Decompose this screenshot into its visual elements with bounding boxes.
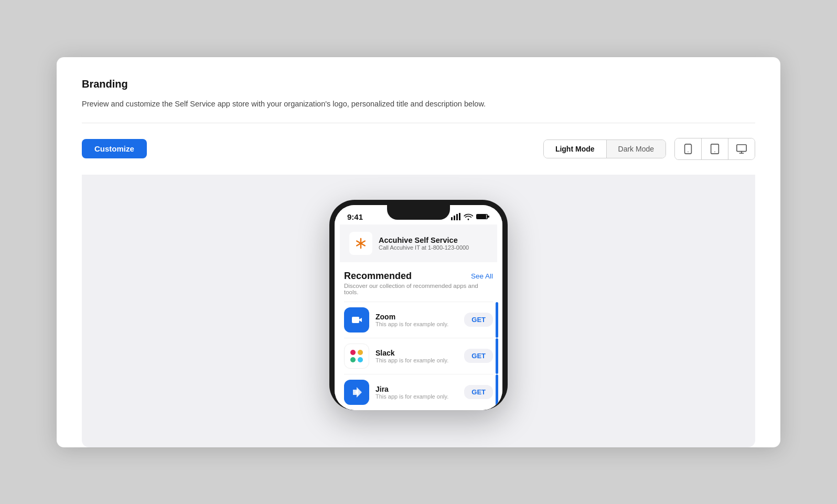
slack-icon-svg: [348, 347, 366, 365]
mode-toggle: Light Mode Dark Mode: [543, 140, 666, 158]
slack-get-button[interactable]: GET: [464, 349, 493, 363]
toolbar-right: Light Mode Dark Mode: [543, 138, 755, 160]
app-header: Accuhive Self Service Call Accuhive IT a…: [340, 224, 497, 262]
svg-rect-0: [685, 144, 692, 153]
accuhive-logo-svg: [351, 234, 370, 253]
svg-rect-22: [358, 350, 363, 355]
list-item: Jira This app is for example only. GET: [344, 374, 493, 410]
tablet-icon: [709, 143, 721, 155]
phone-screen: 9:41: [335, 205, 502, 410]
recommended-section: Recommended See All Discover our collect…: [335, 262, 502, 410]
phone-notch: [387, 205, 450, 220]
phone-mockup: 9:41: [329, 200, 508, 410]
svg-rect-8: [454, 216, 455, 220]
desktop-device-button[interactable]: [728, 138, 755, 159]
list-item: Zoom This app is for example only. GET: [344, 302, 493, 338]
svg-rect-21: [350, 350, 356, 355]
zoom-app-desc: This app is for example only.: [375, 321, 458, 327]
zoom-icon-svg: [349, 312, 364, 328]
status-time: 9:41: [347, 212, 363, 221]
phone-device-button[interactable]: [675, 138, 701, 159]
svg-rect-4: [737, 144, 746, 151]
app-header-subtitle: Call Accuhive IT at 1-800-123-0000: [379, 244, 469, 251]
phone-icon: [682, 143, 694, 155]
divider: [82, 123, 755, 123]
monitor-icon: [736, 143, 747, 155]
zoom-app-name: Zoom: [375, 313, 458, 321]
status-icons: [451, 213, 490, 220]
signal-icon: [451, 213, 460, 220]
dark-mode-button[interactable]: Dark Mode: [607, 140, 666, 158]
zoom-get-button[interactable]: GET: [464, 313, 493, 327]
device-icons: [674, 138, 755, 160]
jira-app-icon: [344, 380, 369, 405]
page-container: Branding Preview and customize the Self …: [57, 57, 780, 447]
scroll-indicator-2: [496, 338, 498, 374]
zoom-app-info: Zoom This app is for example only.: [375, 313, 458, 327]
scroll-indicator: [496, 302, 498, 338]
svg-rect-12: [488, 216, 489, 218]
jira-get-button[interactable]: GET: [464, 385, 493, 399]
svg-rect-2: [711, 144, 719, 153]
jira-app-name: Jira: [375, 385, 458, 393]
toolbar: Customize Light Mode Dark Mode: [82, 138, 755, 160]
page-title: Branding: [82, 78, 755, 90]
svg-rect-9: [456, 214, 458, 220]
svg-rect-24: [358, 357, 363, 362]
svg-rect-14: [477, 215, 486, 219]
slack-app-desc: This app is for example only.: [375, 357, 458, 363]
wifi-icon: [464, 213, 473, 220]
recommended-header: Recommended See All: [344, 271, 493, 282]
customize-button[interactable]: Customize: [82, 139, 147, 158]
preview-area: 9:41: [82, 175, 755, 447]
svg-rect-20: [348, 347, 366, 365]
battery-icon: [476, 213, 490, 220]
app-header-text: Accuhive Self Service Call Accuhive IT a…: [379, 236, 469, 251]
list-item: Slack This app is for example only. GET: [344, 338, 493, 374]
recommended-title: Recommended: [344, 271, 412, 282]
svg-rect-23: [350, 357, 356, 362]
jira-app-info: Jira This app is for example only.: [375, 385, 458, 400]
light-mode-button[interactable]: Light Mode: [544, 140, 607, 158]
scroll-indicator-3: [496, 374, 498, 410]
tablet-device-button[interactable]: [701, 138, 728, 159]
app-header-title: Accuhive Self Service: [379, 236, 469, 244]
app-logo: [349, 232, 372, 255]
svg-rect-7: [451, 217, 453, 220]
recommended-subtitle: Discover our collection of recommended a…: [344, 283, 493, 295]
jira-icon-svg: [348, 383, 366, 401]
svg-rect-10: [459, 213, 460, 220]
slack-app-icon: [344, 344, 369, 369]
page-description: Preview and customize the Self Service a…: [82, 100, 755, 108]
see-all-link[interactable]: See All: [471, 272, 493, 280]
jira-app-desc: This app is for example only.: [375, 393, 458, 400]
slack-app-name: Slack: [375, 349, 458, 357]
zoom-app-icon: [344, 307, 369, 333]
slack-app-info: Slack This app is for example only.: [375, 349, 458, 363]
